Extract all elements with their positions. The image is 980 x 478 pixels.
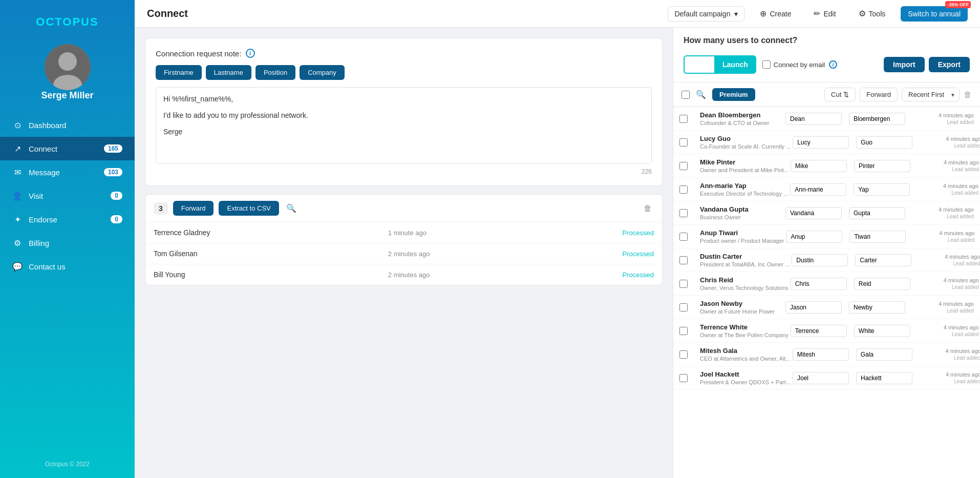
processed-name: Terrence Gladney bbox=[154, 228, 380, 237]
launch-button[interactable]: Launch bbox=[714, 55, 756, 74]
lead-first-input[interactable] bbox=[791, 325, 847, 337]
processed-status: Processed bbox=[623, 271, 654, 279]
lead-checkbox[interactable] bbox=[679, 209, 688, 217]
search-button[interactable]: 🔍 bbox=[284, 201, 299, 215]
company-tag-button[interactable]: Company bbox=[300, 65, 345, 80]
position-tag-button[interactable]: Position bbox=[255, 65, 295, 80]
delete-leads-button[interactable]: 🗑 bbox=[964, 90, 972, 99]
lead-first-input[interactable] bbox=[791, 160, 847, 172]
lead-time: 4 minutes ago bbox=[943, 183, 978, 189]
lead-name: Joel Hackett bbox=[700, 370, 791, 378]
connect-email-group: Connect by email i bbox=[762, 60, 837, 69]
connect-email-checkbox[interactable] bbox=[762, 60, 771, 69]
export-button[interactable]: Export bbox=[929, 57, 970, 72]
select-all-checkbox[interactable] bbox=[681, 91, 690, 99]
switch-annual-button[interactable]: -35% OFF Switch to annual bbox=[901, 6, 968, 22]
lead-last-input[interactable] bbox=[854, 183, 910, 196]
sidebar-item-message[interactable]: ✉ Message 103 bbox=[0, 160, 135, 184]
lead-checkbox[interactable] bbox=[679, 374, 688, 382]
sidebar-item-endorse[interactable]: ✦ Endorse 0 bbox=[0, 207, 135, 231]
delete-processed-button[interactable]: 🗑 bbox=[642, 202, 654, 215]
lead-subtitle: Owner and President at Mike Pint... bbox=[700, 167, 789, 173]
sidebar-item-label: Connect bbox=[29, 144, 104, 153]
lead-first-input[interactable] bbox=[793, 136, 849, 149]
lead-last-input[interactable] bbox=[855, 254, 911, 266]
lead-subtitle: CEO at Altametrics and Owner, Alt... bbox=[700, 356, 791, 362]
lead-last-input[interactable] bbox=[856, 372, 912, 384]
lead-info: Dustin Carter President at TotalABA, Inc… bbox=[700, 253, 790, 267]
lead-first-input[interactable] bbox=[786, 231, 842, 243]
lead-checkbox[interactable] bbox=[679, 233, 688, 241]
lead-first-input[interactable] bbox=[793, 372, 849, 384]
lead-checkbox[interactable] bbox=[679, 162, 688, 170]
lead-last-input[interactable] bbox=[856, 348, 912, 361]
lastname-tag-button[interactable]: Lastname bbox=[206, 65, 251, 80]
sidebar-footer: Octopus © 2022 bbox=[45, 461, 90, 468]
processed-name: Bill Young bbox=[154, 271, 380, 279]
lead-last-input[interactable] bbox=[849, 207, 905, 219]
note-textarea[interactable]: Hi %%first_name%%, I'd like to add you t… bbox=[156, 87, 652, 164]
tools-button[interactable]: ⚙ Tools bbox=[851, 5, 893, 22]
lead-status: Lead added bbox=[954, 143, 980, 149]
edit-icon: ✏ bbox=[814, 9, 820, 18]
lead-timestamp: 4 minutes ago Lead added bbox=[913, 230, 974, 243]
processed-status: Processed bbox=[623, 229, 654, 237]
sidebar-item-connect[interactable]: ↗ Connect 165 bbox=[0, 137, 135, 160]
firstname-tag-button[interactable]: Firstname bbox=[156, 65, 202, 80]
search-icon: 🔍 bbox=[286, 204, 296, 213]
lead-first-input[interactable] bbox=[792, 254, 848, 266]
lead-last-input[interactable] bbox=[849, 113, 905, 125]
lead-checkbox[interactable] bbox=[679, 350, 688, 359]
lead-first-input[interactable] bbox=[785, 207, 842, 219]
lead-last-input[interactable] bbox=[849, 301, 905, 314]
username: Serge Miller bbox=[41, 90, 93, 101]
processed-row: Terrence Gladney 1 minute ago Processed bbox=[145, 222, 662, 243]
campaign-label: Default campaign bbox=[674, 10, 730, 18]
lead-checkbox[interactable] bbox=[679, 280, 688, 288]
lead-last-input[interactable] bbox=[854, 278, 910, 290]
lead-checkbox[interactable] bbox=[679, 138, 688, 147]
sort-select[interactable]: Recent First Oldest First bbox=[902, 88, 960, 101]
cut-button[interactable]: Cut ⇅ bbox=[824, 88, 856, 101]
sidebar-item-dashboard[interactable]: ⊙ Dashboard bbox=[0, 113, 135, 137]
sidebar-item-label: Dashboard bbox=[29, 121, 122, 130]
edit-button[interactable]: ✏ Edit bbox=[806, 5, 843, 22]
lead-checkbox[interactable] bbox=[679, 115, 688, 123]
lead-checkbox[interactable] bbox=[679, 327, 688, 335]
launch-count-input[interactable] bbox=[684, 55, 714, 74]
lead-first-input[interactable] bbox=[790, 183, 846, 196]
leads-search-button[interactable]: 🔍 bbox=[694, 88, 708, 101]
lead-first-input[interactable] bbox=[793, 348, 849, 361]
campaign-selector[interactable]: Default campaign ▾ bbox=[668, 6, 744, 22]
premium-badge[interactable]: Premium bbox=[712, 88, 755, 101]
sidebar-item-visit[interactable]: 👤 Visit 0 bbox=[0, 184, 135, 207]
lead-status: Lead added bbox=[954, 355, 980, 361]
lead-name: Lucy Guo bbox=[700, 135, 791, 142]
lead-subtitle: Product owner / Product Manager bbox=[700, 238, 784, 244]
gear-icon: ⚙ bbox=[859, 9, 866, 18]
extract-csv-button[interactable]: Extract to CSV bbox=[219, 201, 279, 216]
lead-first-input[interactable] bbox=[785, 301, 842, 314]
discount-badge: -35% OFF bbox=[945, 1, 971, 8]
sidebar-item-contact[interactable]: 💬 Contact us bbox=[0, 255, 135, 278]
lead-checkbox[interactable] bbox=[679, 303, 688, 311]
contact-icon: 💬 bbox=[12, 261, 23, 272]
lead-first-input[interactable] bbox=[791, 278, 847, 290]
import-button[interactable]: Import bbox=[884, 57, 925, 72]
lead-status: Lead added bbox=[953, 261, 980, 266]
forward-leads-button[interactable]: Forward bbox=[860, 88, 898, 101]
forward-button[interactable]: Forward bbox=[173, 201, 214, 216]
lead-checkbox[interactable] bbox=[679, 256, 688, 264]
lead-info: Anup Tiwari Product owner / Product Mana… bbox=[700, 229, 784, 244]
lead-first-input[interactable] bbox=[785, 113, 842, 125]
lead-last-input[interactable] bbox=[849, 231, 906, 243]
sidebar-item-label: Billing bbox=[29, 239, 122, 247]
lead-checkbox[interactable] bbox=[679, 185, 688, 194]
sidebar-item-billing[interactable]: ⚙ Billing bbox=[0, 231, 135, 255]
create-button[interactable]: ⊕ Create bbox=[753, 5, 798, 22]
lead-time: 4 minutes ago bbox=[945, 254, 980, 260]
lead-last-input[interactable] bbox=[856, 136, 912, 149]
lead-last-input[interactable] bbox=[854, 160, 910, 172]
lead-last-input[interactable] bbox=[854, 325, 910, 337]
processed-count: 3 bbox=[154, 202, 168, 215]
